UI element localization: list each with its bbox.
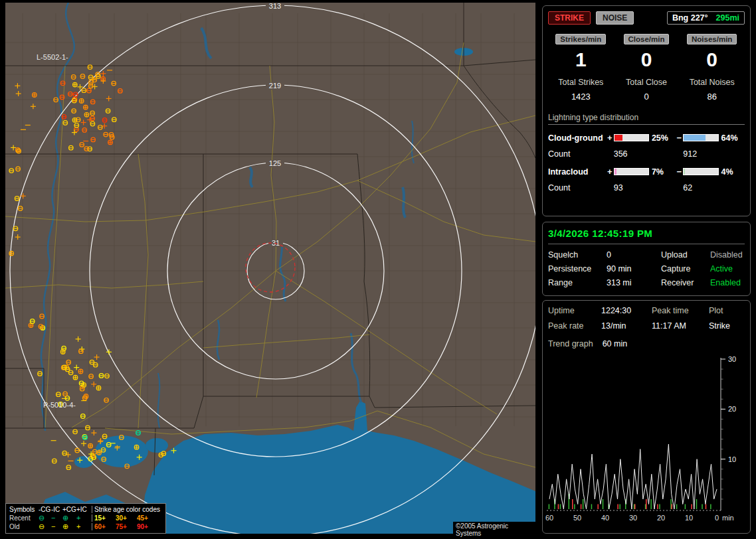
ring-label-219: 219 [269,82,281,90]
lake [74,456,93,468]
plot-value: Strike [709,321,745,331]
cloud-ground-count-row: Count 356 912 [548,149,745,159]
svg-text:20: 20 [728,405,736,413]
strike-symbol [9,251,14,256]
svg-text:10: 10 [685,514,693,522]
ring-label-313: 313 [269,3,281,10]
uptime-label: Uptime [548,306,601,315]
legend-divider [92,506,92,513]
svg-text:10: 10 [728,455,736,463]
close-per-min-header: Close/min [624,34,670,44]
cloud-ground-label: Cloud-ground [548,133,606,143]
noise-button[interactable]: NOISE [596,11,634,25]
strike-symbol [108,140,113,145]
ic-minus-bar [683,168,718,175]
total-strikes-value: 1423 [571,92,591,102]
total-strikes-label: Total Strikes [558,78,603,87]
datetime-display: 3/4/2026 12:45:19 PM [548,228,745,239]
capture-label: Capture [661,264,710,273]
station-label-2: P-5010-4- [43,401,76,409]
cg-minus-bar [683,134,718,141]
ic-minus-count: 62 [683,183,745,193]
ic-plus-pct: 7% [649,167,676,177]
cg-plus-pct: 25% [649,133,676,143]
capture-status: Active [710,264,745,273]
trend-graph: 3020106050403020100min [544,356,750,530]
peak-rate-value: 13/min [601,321,652,331]
trend-box: Uptime 1224:30 Peak time Plot Peak rate … [542,300,751,534]
trend-window-value: 60 min [603,339,628,348]
total-close-value: 0 [644,92,648,102]
minus-sign: − [675,167,683,177]
trend-strike-line [549,444,717,509]
map-legend: Symbols -CG -IC +CG +IC Strike age color… [5,503,166,534]
range-value: 313 mi [607,278,661,287]
minus-icon: − [51,514,62,522]
intracloud-count-row: Count 93 62 [548,183,745,193]
persistence-value: 90 min [607,264,661,273]
strike-symbol [78,369,83,374]
copyright-credit: ©2005 Astrogenic Systems [453,522,535,538]
strike-symbol [96,386,101,390]
range-label: Range [548,278,607,287]
strike-symbol [60,350,65,354]
svg-text:20: 20 [657,514,665,522]
noises-per-min-header: Noises/min [687,34,737,44]
strikes-per-min-header: Strikes/min [555,34,606,44]
noises-column: Noises/min 0 Total Noises 86 [679,34,745,102]
circle-plus-icon: ⊕ [62,522,76,531]
lake [145,438,168,453]
strike-symbol [134,445,139,449]
receiver-status: Enabled [710,278,745,287]
cloud-ground-row: Cloud-ground + 25% − 64% [548,133,745,143]
total-noises-value: 86 [707,92,716,102]
station-label-1: L-5502-1- [37,53,68,61]
strike-symbol [73,82,78,87]
radar-map[interactable]: 313 219 125 31 L-5502-1- P-5010-4- [5,3,535,534]
plus-sign: + [606,167,614,177]
squelch-label: Squelch [548,250,607,260]
legend-type-ncg: -CG [39,505,51,514]
legend-age-header: Strike age color codes [94,505,162,514]
age-code-60: 60+ [94,522,116,531]
svg-text:30: 30 [629,514,637,522]
settings-grid: Squelch 0 Upload Disabled Persistence 90… [548,250,745,287]
cg-plus-bar [614,134,649,141]
count-label: Count [548,183,606,193]
age-code-45: 45+ [137,514,162,522]
legend-recent-label: Recent [9,514,39,522]
strike-symbol [73,375,78,380]
svg-text:30: 30 [728,356,736,363]
plus-icon: + [76,522,89,531]
distribution-title: Lightning type distribution [548,113,745,125]
svg-text:0: 0 [715,514,719,522]
strike-symbol [33,93,37,98]
legend-divider [92,523,92,530]
ic-plus-bar [614,168,649,175]
squelch-value: 0 [607,250,661,260]
plot-label: Plot [709,306,745,315]
receiver-label: Receiver [661,278,710,287]
cg-plus-count: 356 [614,149,676,159]
count-label: Count [548,149,606,159]
lake-pontchartrain [95,435,148,467]
svg-text:60: 60 [545,514,553,522]
upload-label: Upload [661,250,710,260]
minus-icon: − [51,522,62,531]
legend-type-pcg: +CG [62,505,76,514]
intracloud-row: Intracloud + 7% − 4% [548,167,745,177]
ring-label-31: 31 [272,239,280,247]
upload-status: Disabled [710,250,745,260]
minus-sign: − [675,133,683,143]
total-close-label: Total Close [626,78,667,87]
strike-button[interactable]: STRIKE [548,11,591,25]
peak-rate-label: Peak rate [548,321,601,331]
status-box: 3/4/2026 12:45:19 PM Squelch 0 Upload Di… [542,222,751,296]
legend-old-label: Old [9,522,39,531]
legend-symbols-header: Symbols [9,505,39,514]
noises-per-min-value: 0 [706,50,717,70]
bearing-range: 295mi [716,13,739,23]
svg-text:min: min [722,514,734,522]
bearing-display: Bng 227° 295mi [667,11,745,25]
persistence-label: Persistence [548,264,607,273]
